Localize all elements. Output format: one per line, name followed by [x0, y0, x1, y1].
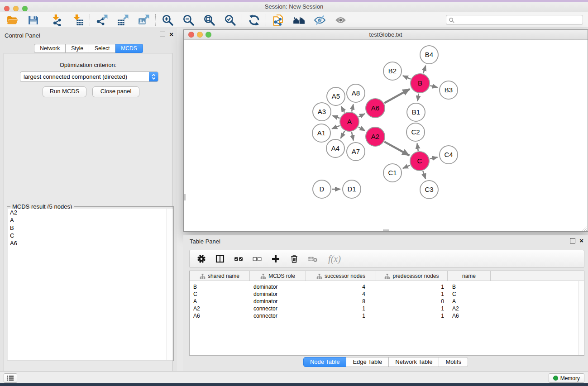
cell-name[interactable]: A2 — [448, 305, 491, 312]
edge-A-A5[interactable] — [341, 106, 344, 113]
export-network-button[interactable] — [91, 13, 112, 27]
home-view-button[interactable] — [288, 13, 309, 27]
deselect-all-checkboxes-button[interactable] — [252, 253, 263, 264]
network-graph[interactable]: B4B2BB3A8A5A6A3B1AC2A1A2A4A7C4CC1DD1C3 — [184, 40, 588, 231]
delete-column-button[interactable] — [289, 253, 300, 264]
show-selected-button[interactable] — [330, 13, 351, 27]
result-list-scrollbar[interactable] — [167, 209, 172, 360]
edge-B-B4[interactable] — [423, 66, 425, 73]
cell-predecessor-nodes[interactable]: 1 — [376, 283, 448, 291]
import-network-button[interactable] — [47, 13, 67, 27]
graph-node-B[interactable]: B — [411, 74, 430, 93]
edge-A-A2[interactable] — [359, 127, 365, 131]
graph-node-A4[interactable]: A4 — [326, 139, 344, 157]
resize-grip-icon[interactable] — [581, 225, 587, 231]
edge-A-A8[interactable] — [352, 104, 354, 111]
table-row-A6[interactable]: A6connector11A6 — [190, 312, 584, 319]
export-image-button[interactable] — [133, 13, 154, 27]
close-table-panel-icon[interactable]: × — [579, 238, 583, 243]
graph-node-A3[interactable]: A3 — [313, 103, 331, 121]
edge-A-A1[interactable] — [332, 126, 339, 129]
cell-successor-nodes[interactable]: 1 — [306, 312, 376, 319]
edge-A-A3[interactable] — [333, 115, 340, 118]
cell-name[interactable]: B — [448, 283, 491, 291]
edge-C-C3[interactable] — [423, 171, 425, 179]
graph-node-A[interactable]: A — [340, 112, 359, 131]
column-header-MCDS-role[interactable]: MCDS role — [250, 271, 306, 281]
network-canvas[interactable]: B4B2BB3A8A5A6A3B1AC2A1A2A4A7C4CC1DD1C3 — [184, 40, 588, 231]
cell-name[interactable]: C — [448, 291, 491, 298]
edge-C-C4[interactable] — [430, 157, 437, 159]
graph-node-D[interactable]: D — [313, 180, 331, 198]
cell-successor-nodes[interactable]: 1 — [306, 305, 376, 312]
close-network-window-icon[interactable] — [188, 32, 194, 38]
cell-successor-nodes[interactable]: 4 — [306, 291, 376, 298]
edge-C-C1[interactable] — [403, 165, 410, 168]
edge-A6-B[interactable] — [384, 89, 410, 103]
result-item[interactable]: A — [8, 216, 167, 224]
column-header-predecessor-nodes[interactable]: predecessor nodes — [376, 271, 448, 281]
close-panel-icon[interactable]: × — [169, 32, 173, 37]
zoom-out-button[interactable] — [178, 13, 199, 27]
edge-B-B2[interactable] — [403, 76, 411, 79]
table-settings-button[interactable] — [196, 253, 207, 264]
import-table-button[interactable] — [67, 13, 88, 27]
graph-node-A6[interactable]: A6 — [366, 99, 385, 118]
tab-motifs[interactable]: Motifs — [439, 357, 468, 367]
add-column-button[interactable] — [270, 253, 281, 264]
new-network-from-selection-button[interactable] — [268, 13, 288, 27]
graph-node-B1[interactable]: B1 — [407, 103, 425, 121]
save-session-button[interactable] — [23, 13, 43, 27]
table-row-B[interactable]: Bdominator41B — [190, 283, 584, 291]
close-window-icon[interactable] — [4, 6, 10, 11]
maximize-window-icon[interactable] — [22, 6, 28, 11]
vertical-scroll-mark[interactable] — [184, 194, 186, 200]
run-mcds-button[interactable]: Run MCDS — [43, 86, 86, 97]
edge-A-A6[interactable] — [359, 114, 365, 117]
graph-node-A8[interactable]: A8 — [347, 84, 365, 102]
graph-node-D1[interactable]: D1 — [343, 180, 361, 198]
tab-edge-table[interactable]: Edge Table — [346, 357, 389, 367]
table-row-A[interactable]: Adominator80A — [190, 298, 584, 305]
tab-network[interactable]: Network — [34, 44, 66, 53]
edge-A-A7[interactable] — [352, 132, 354, 140]
cell-predecessor-nodes[interactable]: 1 — [376, 291, 448, 298]
cell-MCDS-role[interactable]: connector — [250, 312, 306, 319]
table-row-C[interactable]: Cdominator41C — [190, 291, 584, 298]
zoom-selected-button[interactable] — [220, 13, 240, 27]
cell-successor-nodes[interactable]: 8 — [306, 298, 376, 305]
float-panel-icon[interactable] — [160, 32, 165, 37]
graph-node-C1[interactable]: C1 — [383, 164, 402, 182]
table-scrollbar[interactable] — [578, 281, 584, 355]
horizontal-scroll-mark[interactable] — [383, 229, 389, 231]
tab-select[interactable]: Select — [89, 44, 115, 53]
maximize-network-window-icon[interactable] — [206, 32, 211, 38]
minimize-window-icon[interactable] — [13, 6, 19, 11]
close-panel-button[interactable]: Close panel — [92, 86, 139, 97]
tab-network-table[interactable]: Network Table — [389, 357, 439, 367]
result-item[interactable]: A6 — [8, 239, 167, 247]
column-header-shared-name[interactable]: shared name — [190, 271, 250, 281]
cell-shared-name[interactable]: B — [190, 283, 250, 291]
edge-B-B3[interactable] — [430, 86, 437, 87]
cell-MCDS-role[interactable]: dominator — [250, 291, 306, 298]
result-item[interactable]: C — [8, 232, 167, 239]
result-item[interactable]: A2 — [8, 209, 167, 216]
edge-B-B1[interactable] — [417, 94, 418, 101]
cell-MCDS-role[interactable]: dominator — [250, 283, 306, 291]
column-header-name[interactable]: name — [448, 271, 491, 281]
graph-node-B4[interactable]: B4 — [420, 46, 438, 64]
cell-shared-name[interactable]: A — [190, 298, 250, 305]
column-header-successor-nodes[interactable]: successor nodes — [306, 271, 376, 281]
search-field[interactable] — [446, 15, 583, 25]
network-window-titlebar[interactable]: testGlobe.txt — [184, 30, 588, 40]
export-table-button[interactable] — [112, 13, 133, 27]
graph-node-A2[interactable]: A2 — [366, 127, 385, 146]
cell-predecessor-nodes[interactable]: 0 — [376, 298, 448, 305]
cell-shared-name[interactable]: A6 — [190, 312, 250, 319]
cell-shared-name[interactable]: C — [190, 291, 250, 298]
cell-predecessor-nodes[interactable]: 1 — [376, 312, 448, 319]
graph-node-A7[interactable]: A7 — [347, 143, 365, 161]
tab-mcds[interactable]: MCDS — [115, 44, 143, 53]
graph-node-B3[interactable]: B3 — [440, 81, 458, 99]
